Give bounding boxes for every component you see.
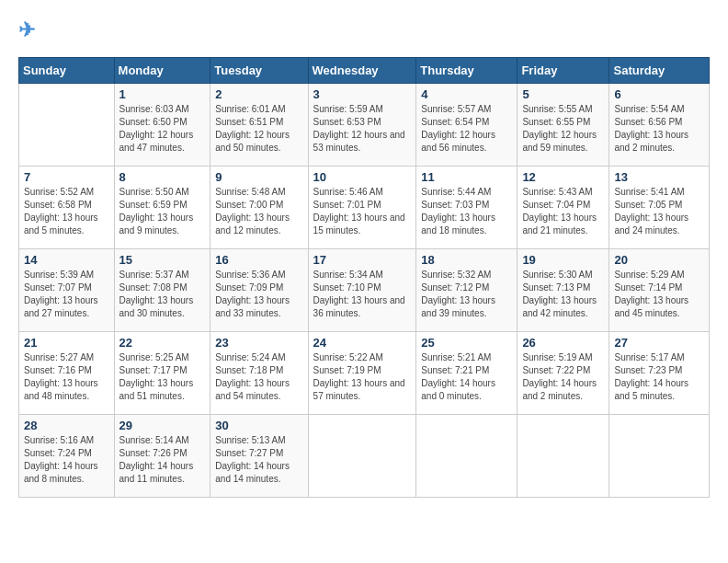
- day-info: Sunrise: 5:50 AMSunset: 6:59 PMDaylight:…: [119, 186, 206, 237]
- header-day-friday: Friday: [518, 58, 609, 84]
- calendar-cell: 22Sunrise: 5:25 AMSunset: 7:17 PMDayligh…: [114, 332, 210, 415]
- calendar-cell: [308, 415, 416, 498]
- day-number: 17: [313, 253, 412, 267]
- day-number: 19: [522, 253, 604, 267]
- week-row-1: 1Sunrise: 6:03 AMSunset: 6:50 PMDaylight…: [19, 84, 710, 167]
- day-number: 21: [24, 336, 109, 350]
- calendar-cell: 4Sunrise: 5:57 AMSunset: 6:54 PMDaylight…: [416, 84, 518, 167]
- week-row-2: 7Sunrise: 5:52 AMSunset: 6:58 PMDaylight…: [19, 167, 710, 249]
- logo-bird-icon: ✈: [18, 18, 35, 41]
- day-info: Sunrise: 5:14 AMSunset: 7:26 PMDaylight:…: [119, 434, 206, 486]
- calendar-cell: 15Sunrise: 5:37 AMSunset: 7:08 PMDayligh…: [114, 249, 210, 332]
- day-number: 6: [614, 87, 704, 101]
- day-number: 25: [421, 336, 512, 350]
- header-day-sunday: Sunday: [19, 58, 115, 84]
- day-info: Sunrise: 5:21 AMSunset: 7:21 PMDaylight:…: [421, 351, 512, 403]
- calendar-cell: 19Sunrise: 5:30 AMSunset: 7:13 PMDayligh…: [518, 249, 609, 332]
- calendar-cell: [416, 415, 518, 498]
- day-info: Sunrise: 5:17 AMSunset: 7:23 PMDaylight:…: [614, 351, 704, 403]
- calendar-cell: 1Sunrise: 6:03 AMSunset: 6:50 PMDaylight…: [114, 84, 210, 167]
- header-day-saturday: Saturday: [609, 58, 710, 84]
- day-info: Sunrise: 5:29 AMSunset: 7:14 PMDaylight:…: [614, 269, 704, 320]
- header-day-wednesday: Wednesday: [308, 58, 416, 84]
- day-number: 18: [421, 253, 512, 267]
- header-day-tuesday: Tuesday: [210, 58, 308, 84]
- day-info: Sunrise: 6:03 AMSunset: 6:50 PMDaylight:…: [119, 103, 206, 155]
- day-number: 28: [24, 419, 109, 432]
- day-info: Sunrise: 5:37 AMSunset: 7:08 PMDaylight:…: [119, 269, 206, 320]
- calendar-body: 1Sunrise: 6:03 AMSunset: 6:50 PMDaylight…: [19, 84, 710, 498]
- day-number: 29: [119, 419, 206, 432]
- day-info: Sunrise: 5:41 AMSunset: 7:05 PMDaylight:…: [614, 186, 704, 237]
- day-number: 2: [215, 87, 302, 101]
- week-row-4: 21Sunrise: 5:27 AMSunset: 7:16 PMDayligh…: [19, 332, 710, 415]
- day-number: 14: [24, 253, 109, 267]
- calendar-cell: 20Sunrise: 5:29 AMSunset: 7:14 PMDayligh…: [609, 249, 710, 332]
- day-info: Sunrise: 5:52 AMSunset: 6:58 PMDaylight:…: [24, 186, 109, 237]
- header-day-thursday: Thursday: [416, 58, 518, 84]
- calendar-cell: 23Sunrise: 5:24 AMSunset: 7:18 PMDayligh…: [210, 332, 308, 415]
- day-number: 27: [614, 336, 704, 350]
- day-number: 26: [522, 336, 604, 350]
- calendar-cell: 21Sunrise: 5:27 AMSunset: 7:16 PMDayligh…: [19, 332, 115, 415]
- calendar-table: SundayMondayTuesdayWednesdayThursdayFrid…: [18, 57, 710, 498]
- calendar-cell: 8Sunrise: 5:50 AMSunset: 6:59 PMDaylight…: [114, 167, 210, 249]
- day-info: Sunrise: 5:34 AMSunset: 7:10 PMDaylight:…: [313, 269, 412, 320]
- day-info: Sunrise: 5:59 AMSunset: 6:53 PMDaylight:…: [313, 103, 412, 155]
- calendar-cell: 28Sunrise: 5:16 AMSunset: 7:24 PMDayligh…: [19, 415, 115, 498]
- day-number: 12: [522, 170, 604, 184]
- calendar-cell: 26Sunrise: 5:19 AMSunset: 7:22 PMDayligh…: [518, 332, 609, 415]
- day-info: Sunrise: 5:36 AMSunset: 7:09 PMDaylight:…: [215, 269, 302, 320]
- day-number: 3: [313, 87, 412, 101]
- day-number: 11: [421, 170, 512, 184]
- calendar-cell: 12Sunrise: 5:43 AMSunset: 7:04 PMDayligh…: [518, 167, 609, 249]
- day-info: Sunrise: 5:43 AMSunset: 7:04 PMDaylight:…: [522, 186, 604, 237]
- day-info: Sunrise: 5:13 AMSunset: 7:27 PMDaylight:…: [215, 434, 302, 486]
- day-number: 24: [313, 336, 412, 350]
- calendar-cell: 16Sunrise: 5:36 AMSunset: 7:09 PMDayligh…: [210, 249, 308, 332]
- header-row: SundayMondayTuesdayWednesdayThursdayFrid…: [19, 58, 710, 84]
- calendar-cell: [19, 84, 115, 167]
- day-number: 10: [313, 170, 412, 184]
- day-number: 5: [522, 87, 604, 101]
- day-info: Sunrise: 5:48 AMSunset: 7:00 PMDaylight:…: [215, 186, 302, 237]
- logo: ✈: [18, 18, 35, 42]
- calendar-cell: 9Sunrise: 5:48 AMSunset: 7:00 PMDaylight…: [210, 167, 308, 249]
- day-number: 9: [215, 170, 302, 184]
- calendar-cell: 5Sunrise: 5:55 AMSunset: 6:55 PMDaylight…: [518, 84, 609, 167]
- day-info: Sunrise: 5:30 AMSunset: 7:13 PMDaylight:…: [522, 269, 604, 320]
- day-info: Sunrise: 5:55 AMSunset: 6:55 PMDaylight:…: [522, 103, 604, 155]
- day-info: Sunrise: 5:24 AMSunset: 7:18 PMDaylight:…: [215, 351, 302, 403]
- calendar-cell: 29Sunrise: 5:14 AMSunset: 7:26 PMDayligh…: [114, 415, 210, 498]
- day-info: Sunrise: 5:54 AMSunset: 6:56 PMDaylight:…: [614, 103, 704, 155]
- calendar-cell: 18Sunrise: 5:32 AMSunset: 7:12 PMDayligh…: [416, 249, 518, 332]
- week-row-3: 14Sunrise: 5:39 AMSunset: 7:07 PMDayligh…: [19, 249, 710, 332]
- day-number: 1: [119, 87, 206, 101]
- day-info: Sunrise: 5:27 AMSunset: 7:16 PMDaylight:…: [24, 351, 109, 403]
- day-info: Sunrise: 5:32 AMSunset: 7:12 PMDaylight:…: [421, 269, 512, 320]
- day-info: Sunrise: 5:22 AMSunset: 7:19 PMDaylight:…: [313, 351, 412, 403]
- calendar-cell: 3Sunrise: 5:59 AMSunset: 6:53 PMDaylight…: [308, 84, 416, 167]
- day-number: 4: [421, 87, 512, 101]
- calendar-cell: 24Sunrise: 5:22 AMSunset: 7:19 PMDayligh…: [308, 332, 416, 415]
- day-info: Sunrise: 5:39 AMSunset: 7:07 PMDaylight:…: [24, 269, 109, 320]
- day-info: Sunrise: 5:19 AMSunset: 7:22 PMDaylight:…: [522, 351, 604, 403]
- calendar-cell: 2Sunrise: 6:01 AMSunset: 6:51 PMDaylight…: [210, 84, 308, 167]
- day-info: Sunrise: 6:01 AMSunset: 6:51 PMDaylight:…: [215, 103, 302, 155]
- day-info: Sunrise: 5:44 AMSunset: 7:03 PMDaylight:…: [421, 186, 512, 237]
- day-number: 8: [119, 170, 206, 184]
- calendar-cell: 13Sunrise: 5:41 AMSunset: 7:05 PMDayligh…: [609, 167, 710, 249]
- calendar-header: SundayMondayTuesdayWednesdayThursdayFrid…: [19, 58, 710, 84]
- day-number: 23: [215, 336, 302, 350]
- calendar-cell: [609, 415, 710, 498]
- day-info: Sunrise: 5:46 AMSunset: 7:01 PMDaylight:…: [313, 186, 412, 237]
- day-info: Sunrise: 5:25 AMSunset: 7:17 PMDaylight:…: [119, 351, 206, 403]
- calendar-cell: 30Sunrise: 5:13 AMSunset: 7:27 PMDayligh…: [210, 415, 308, 498]
- calendar-cell: 14Sunrise: 5:39 AMSunset: 7:07 PMDayligh…: [19, 249, 115, 332]
- calendar-cell: 27Sunrise: 5:17 AMSunset: 7:23 PMDayligh…: [609, 332, 710, 415]
- day-number: 15: [119, 253, 206, 267]
- calendar-cell: 10Sunrise: 5:46 AMSunset: 7:01 PMDayligh…: [308, 167, 416, 249]
- day-number: 7: [24, 170, 109, 184]
- page-header: ✈: [18, 18, 710, 42]
- calendar-cell: 11Sunrise: 5:44 AMSunset: 7:03 PMDayligh…: [416, 167, 518, 249]
